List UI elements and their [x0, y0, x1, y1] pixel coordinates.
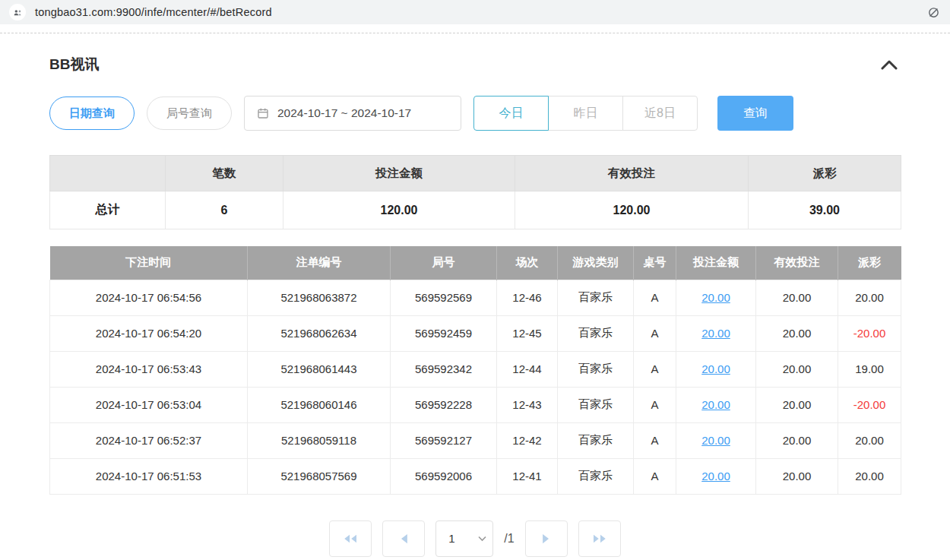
page-select-wrap: 1: [435, 520, 493, 557]
valid-bet: 20.00: [756, 315, 838, 351]
url-text[interactable]: tongbao31.com:9900/infe/mcenter/#/betRec…: [35, 6, 917, 18]
last-page-button[interactable]: [578, 520, 621, 557]
browser-address-bar: tongbao31.com:9900/infe/mcenter/#/betRec…: [0, 0, 950, 24]
calendar-icon: [257, 107, 269, 119]
date-range-value: 2024-10-17 ~ 2024-10-17: [277, 106, 411, 120]
table-number: A: [634, 458, 676, 494]
quick-date-group: 今日 昨日 近8日: [473, 96, 698, 131]
valid-bet: 20.00: [756, 280, 838, 315]
site-profile-icon[interactable]: [9, 4, 26, 21]
table-row: 2024-10-17 06:54:20521968062634569592459…: [50, 315, 901, 351]
visibility-icon[interactable]: [926, 5, 941, 20]
payout: 20.00: [838, 280, 901, 315]
game-type: 百家乐: [558, 351, 634, 387]
table-row: 2024-10-17 06:53:43521968061443569592342…: [50, 351, 901, 387]
table-number: A: [634, 422, 676, 458]
table-number: A: [634, 315, 676, 351]
summary-total-row: 总计6120.00120.0039.00: [50, 191, 901, 229]
table-row: 2024-10-17 06:52:37521968059118569592127…: [50, 422, 901, 458]
bet-id: 521968063872: [248, 280, 391, 315]
section-header: BB视讯: [49, 55, 901, 74]
round-number: 569592342: [391, 351, 497, 387]
payout: 19.00: [838, 351, 901, 387]
payout: -20.00: [838, 315, 901, 351]
bet-id: 521968057569: [248, 458, 391, 494]
records-header-cell: 局号: [391, 246, 497, 280]
next-page-button[interactable]: [525, 520, 568, 557]
session: 12-44: [497, 351, 558, 387]
bet-amount-cell: 20.00: [676, 422, 756, 458]
bet-time: 2024-10-17 06:52:37: [50, 422, 248, 458]
page: tongbao31.com:9900/infe/mcenter/#/betRec…: [0, 0, 950, 560]
bet-amount-link[interactable]: 20.00: [701, 362, 730, 375]
records-header-cell: 场次: [497, 246, 558, 280]
bet-amount-link[interactable]: 20.00: [701, 327, 730, 340]
table-number: A: [634, 280, 676, 315]
game-type: 百家乐: [558, 422, 634, 458]
round-number: 569592569: [391, 280, 497, 315]
round-number: 569592127: [391, 422, 497, 458]
page-select[interactable]: 1: [435, 520, 493, 557]
game-type: 百家乐: [558, 387, 634, 422]
bet-id: 521968060146: [248, 387, 391, 422]
table-number: A: [634, 351, 676, 387]
payout: -20.00: [838, 387, 901, 422]
records-header-cell: 下注时间: [50, 246, 248, 280]
page-title: BB视讯: [49, 55, 99, 74]
page-total: /1: [504, 532, 514, 546]
bet-time: 2024-10-17 06:51:53: [50, 458, 248, 494]
summary-value: 120.00: [515, 191, 749, 229]
table-row: 2024-10-17 06:54:56521968063872569592569…: [50, 280, 901, 315]
pagination: 1 /1: [49, 520, 901, 557]
round-query-button[interactable]: 局号查询: [147, 96, 232, 130]
quick-yesterday-button[interactable]: 昨日: [548, 96, 623, 131]
valid-bet: 20.00: [756, 387, 838, 422]
game-type: 百家乐: [558, 280, 634, 315]
session: 12-45: [497, 315, 558, 351]
summary-header-cell: 笔数: [166, 156, 283, 191]
session: 12-43: [497, 387, 558, 422]
records-header-cell: 桌号: [634, 246, 676, 280]
summary-table: 笔数投注金额有效投注派彩 总计6120.00120.0039.00: [49, 155, 901, 229]
bet-time: 2024-10-17 06:53:04: [50, 387, 248, 422]
payout: 20.00: [838, 422, 901, 458]
date-range-input[interactable]: 2024-10-17 ~ 2024-10-17: [244, 96, 461, 131]
valid-bet: 20.00: [756, 351, 838, 387]
collapse-chevron-icon[interactable]: [878, 57, 901, 73]
bet-records-table: 下注时间注单编号局号场次游戏类别桌号投注金额有效投注派彩 2024-10-17 …: [49, 246, 901, 495]
summary-value: 6: [166, 191, 283, 229]
records-header-cell: 游戏类别: [558, 246, 634, 280]
quick-last8days-button[interactable]: 近8日: [622, 96, 698, 131]
date-query-button[interactable]: 日期查询: [49, 96, 135, 130]
table-row: 2024-10-17 06:51:53521968057569569592006…: [50, 458, 901, 494]
payout: 20.00: [838, 458, 901, 494]
session: 12-42: [497, 422, 558, 458]
bet-time: 2024-10-17 06:54:56: [50, 280, 248, 315]
bet-amount-link[interactable]: 20.00: [701, 398, 730, 411]
summary-header-cell: 投注金额: [283, 156, 515, 191]
table-number: A: [634, 387, 676, 422]
prev-page-button[interactable]: [382, 520, 425, 557]
game-type: 百家乐: [558, 315, 634, 351]
bet-time: 2024-10-17 06:53:43: [50, 351, 248, 387]
bet-amount-cell: 20.00: [676, 315, 756, 351]
search-button[interactable]: 查询: [717, 96, 793, 131]
bet-amount-cell: 20.00: [676, 387, 756, 422]
round-number: 569592006: [391, 458, 497, 494]
bet-amount-link[interactable]: 20.00: [701, 470, 730, 482]
first-page-button[interactable]: [329, 520, 372, 557]
filter-toolbar: 日期查询 局号查询 2024-10-17 ~ 2024-10-17 今日 昨日 …: [49, 96, 901, 131]
records-header-row: 下注时间注单编号局号场次游戏类别桌号投注金额有效投注派彩: [50, 246, 901, 280]
bet-amount-link[interactable]: 20.00: [701, 434, 730, 447]
table-row: 2024-10-17 06:53:04521968060146569592228…: [50, 387, 901, 422]
summary-header-cell: [50, 156, 166, 191]
records-header-cell: 派彩: [838, 246, 901, 280]
bet-amount-link[interactable]: 20.00: [701, 291, 730, 304]
valid-bet: 20.00: [756, 458, 838, 494]
valid-bet: 20.00: [756, 422, 838, 458]
main-content: BB视讯 日期查询 局号查询 2024-10-17 ~ 2024-10-17 今…: [0, 33, 950, 557]
session: 12-41: [497, 458, 558, 494]
game-type: 百家乐: [558, 458, 634, 494]
quick-today-button[interactable]: 今日: [473, 96, 549, 131]
session: 12-46: [497, 280, 558, 315]
